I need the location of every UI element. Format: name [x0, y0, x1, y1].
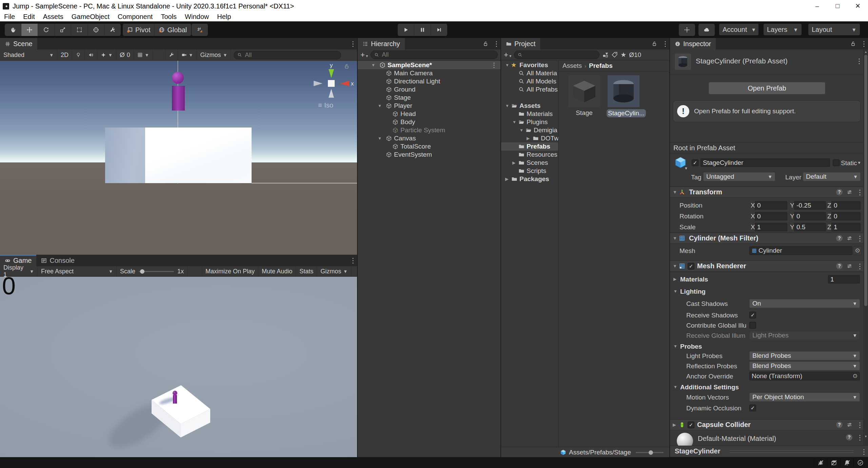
close-button[interactable]: ✕	[848, 0, 868, 12]
project-folder-resources[interactable]: Resources	[501, 151, 558, 159]
hidden-count-toggle[interactable]: Ø10	[629, 51, 641, 59]
rotation-y-field[interactable]: 0	[794, 212, 826, 220]
pivot-toggle[interactable]: Pivot	[123, 24, 155, 36]
lock-open-icon[interactable]	[483, 41, 488, 46]
preset-icon[interactable]	[847, 189, 852, 195]
custom-tool-tool-button[interactable]	[104, 24, 121, 36]
rotation-x-field[interactable]: 0	[755, 212, 787, 220]
aspect-dropdown[interactable]: Free Aspect▼	[38, 266, 117, 276]
expand-arrow-icon[interactable]: ▼	[512, 118, 516, 126]
menu-component[interactable]: Component	[114, 13, 157, 21]
project-folder-prefabs[interactable]: Prefabs	[501, 142, 558, 151]
scene-gizmos-dropdown[interactable]: Gizmos▼	[197, 50, 231, 60]
expand-arrow-icon[interactable]: ▼	[378, 102, 382, 110]
scene-audio-toggle[interactable]	[85, 50, 97, 60]
expand-arrow-icon[interactable]: ▶	[505, 175, 508, 183]
menu-window[interactable]: Window	[181, 13, 213, 21]
menu-tools[interactable]: Tools	[157, 13, 181, 21]
scroll-up-arrow[interactable]: ▲	[864, 50, 867, 54]
hierarchy-item-canvas[interactable]: ▼Canvas	[358, 134, 500, 142]
minimize-button[interactable]: –	[807, 0, 827, 12]
active-checkbox[interactable]: ✓	[692, 159, 698, 166]
cylinder-thumbnail[interactable]	[608, 75, 639, 107]
asset-item-stage[interactable]: Stage	[567, 75, 601, 117]
project-menu-kebab[interactable]: ⋮	[662, 40, 667, 48]
component-enabled-checkbox[interactable]: ✓	[688, 422, 694, 428]
maximize-button[interactable]: □	[827, 0, 848, 12]
expand-arrow-icon[interactable]: ▶	[527, 134, 530, 142]
preset-icon[interactable]	[847, 422, 852, 428]
add-asset-button[interactable]: + ▾	[504, 51, 511, 59]
move-tool-button[interactable]	[21, 24, 38, 36]
player-head[interactable]	[172, 72, 184, 84]
hierarchy-search[interactable]	[371, 51, 498, 59]
position-z-field[interactable]: 0	[831, 201, 861, 210]
expand-arrow-icon[interactable]: ▼	[505, 61, 509, 69]
contribute-gi-checkbox[interactable]	[749, 322, 756, 329]
inspector-menu-kebab[interactable]: ⋮	[861, 40, 865, 48]
expand-arrow-icon[interactable]: ▼	[371, 61, 375, 69]
component-kebab[interactable]: ⋮	[856, 234, 861, 242]
project-search[interactable]	[514, 51, 599, 59]
help-icon[interactable]: ?	[836, 263, 843, 269]
additional-settings-label[interactable]: Additional Settings	[680, 383, 739, 392]
axis-neg-cone[interactable]	[314, 81, 322, 86]
lock-open-icon[interactable]	[850, 41, 856, 46]
hierarchy-search-input[interactable]	[381, 51, 494, 59]
game-viewport[interactable]: 0	[0, 277, 357, 457]
player-body[interactable]	[172, 86, 185, 111]
project-folder-scripts[interactable]: Scripts	[501, 167, 558, 175]
component-kebab[interactable]: ⋮	[856, 262, 861, 270]
scene-context-kebab[interactable]: ⋮	[491, 61, 497, 69]
reflection-probes-dropdown[interactable]: Blend Probes▼	[749, 362, 860, 370]
projection-mode-label[interactable]: ≡ Iso	[318, 101, 333, 109]
axis-y-cone[interactable]	[329, 69, 334, 78]
global-toggle[interactable]: Global	[155, 24, 191, 36]
tag-dropdown[interactable]: Untagged▼	[703, 172, 775, 181]
hierarchy-item-stage[interactable]: Stage	[358, 94, 500, 102]
lock-open-icon[interactable]	[652, 41, 657, 46]
menu-file[interactable]: File	[0, 13, 19, 21]
thumbnail-size-knob[interactable]	[649, 450, 653, 455]
expand-arrow-icon[interactable]: ▼	[378, 134, 382, 142]
rect-tool-button[interactable]	[71, 24, 88, 36]
component-kebab[interactable]: ⋮	[856, 421, 861, 429]
project-folder-all-prefabs[interactable]: All Prefabs	[501, 85, 558, 94]
meshfilter-component-header[interactable]: ▼ Cylinder (Mesh Filter) ? ⋮	[670, 233, 863, 244]
pause-button[interactable]	[414, 24, 431, 36]
dynamic-occlusion-checkbox[interactable]: ✓	[749, 405, 756, 411]
scene-viewport[interactable]: y x ≡ Iso	[0, 61, 357, 255]
tab-hierarchy[interactable]: Hierarchy	[358, 38, 405, 50]
foldout-arrow[interactable]: ▼	[673, 190, 677, 195]
meshrenderer-component-header[interactable]: ▼ ✓ Mesh Renderer ? ⋮	[670, 260, 863, 272]
capsule-collider-header[interactable]: ▶ ✓ Capsule Collider ? ⋮	[670, 419, 863, 430]
project-folder-dotw[interactable]: ▶DOTw	[501, 134, 558, 142]
mute-audio-toggle[interactable]: Mute Audio	[258, 266, 296, 276]
step-button[interactable]	[431, 24, 447, 36]
foldout-arrow[interactable]: ▼	[673, 342, 677, 351]
footer-kebab[interactable]: ⋮	[861, 448, 865, 456]
hierarchy-item-head[interactable]: Head	[358, 110, 500, 118]
anchor-override-field[interactable]: None (Transform) ⊙	[749, 372, 860, 381]
project-folder-favorites[interactable]: ▼★Favorites	[501, 61, 558, 69]
layout-dropdown[interactable]: Layout▼	[808, 24, 860, 35]
static-checkbox[interactable]	[833, 159, 840, 166]
code-coverage-icon[interactable]	[853, 458, 867, 467]
scene-tools-button[interactable]	[165, 50, 178, 60]
stats-toggle[interactable]: Stats	[296, 266, 317, 276]
tab-scene[interactable]: Scene	[0, 38, 37, 50]
receive-shadows-checkbox[interactable]: ✓	[749, 312, 756, 318]
hierarchy-item-body[interactable]: Body	[358, 118, 500, 126]
hand-tool-button[interactable]	[5, 24, 21, 36]
favorites-star-icon[interactable]: ★	[620, 51, 626, 59]
axis-x-cone[interactable]	[340, 81, 349, 86]
component-kebab[interactable]: ⋮	[856, 188, 861, 196]
tab-inspector[interactable]: Inspector	[670, 38, 716, 50]
foldout-arrow[interactable]: ▼	[673, 287, 677, 296]
lighting-group-label[interactable]: Lighting	[680, 287, 706, 296]
light-probes-dropdown[interactable]: Blend Probes▼	[749, 351, 860, 360]
hierarchy-item-main-camera[interactable]: Main Camera	[358, 69, 500, 77]
grid-snap-button[interactable]	[192, 24, 208, 36]
scale-z-field[interactable]: 1	[831, 223, 861, 231]
static-flags-chevron[interactable]: ▼	[857, 160, 861, 165]
